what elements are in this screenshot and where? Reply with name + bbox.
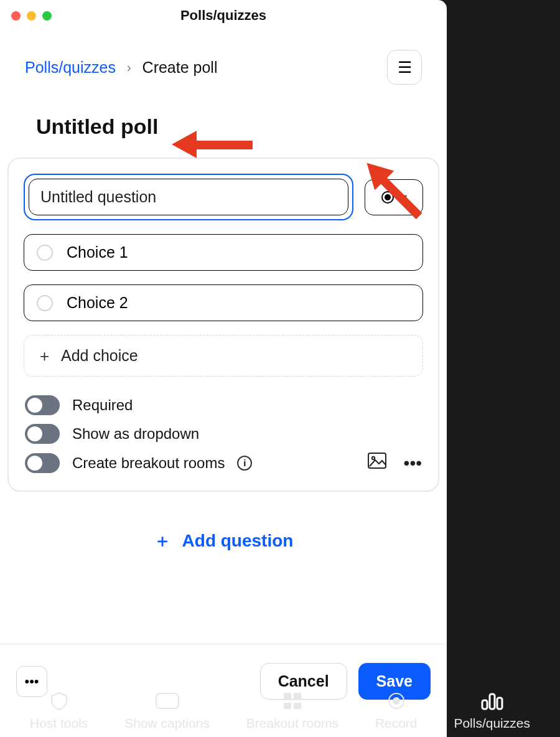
toolbar-label: Record bbox=[375, 716, 418, 731]
svg-rect-6 bbox=[294, 703, 301, 709]
toolbar-label: Show captions bbox=[124, 716, 210, 731]
toggle-create-breakout-rooms[interactable] bbox=[25, 453, 60, 473]
choice-label: Choice 1 bbox=[67, 243, 128, 261]
add-question-row: ＋ Add question bbox=[7, 492, 439, 578]
chevron-right-icon: › bbox=[127, 60, 131, 75]
add-choice-label: Add choice bbox=[61, 347, 138, 365]
captions-icon bbox=[155, 690, 180, 712]
hamburger-icon: ☰ bbox=[398, 58, 412, 77]
toggle-breakout-label: Create breakout rooms bbox=[72, 454, 225, 472]
toolbar-label: Polls/quizzes bbox=[454, 716, 530, 731]
toggle-required[interactable] bbox=[25, 395, 60, 415]
choice-option[interactable]: Choice 2 bbox=[24, 284, 423, 321]
add-choice-button[interactable]: ＋ Add choice bbox=[24, 335, 423, 377]
question-input-focus-ring bbox=[24, 174, 353, 220]
plus-icon: ＋ bbox=[154, 529, 171, 553]
record-icon bbox=[387, 690, 406, 712]
maximize-window-icon[interactable] bbox=[42, 11, 52, 21]
add-question-label: Add question bbox=[182, 531, 294, 551]
breakout-rooms-icon bbox=[282, 690, 302, 712]
toolbar-polls-quizzes[interactable]: Polls/quizzes bbox=[454, 690, 530, 731]
question-text-input[interactable] bbox=[29, 179, 348, 215]
window-title: Polls/quizzes bbox=[180, 7, 266, 24]
breadcrumb-row: Polls/quizzes › Create poll ☰ bbox=[7, 31, 439, 103]
toggle-show-as-dropdown[interactable] bbox=[25, 424, 60, 444]
toggle-required-label: Required bbox=[72, 397, 133, 414]
toolbar-label: Host tools bbox=[30, 716, 88, 731]
breadcrumb: Polls/quizzes › Create poll bbox=[25, 59, 217, 77]
toggle-dropdown-label: Show as dropdown bbox=[72, 425, 199, 443]
svg-rect-5 bbox=[284, 703, 291, 709]
svg-rect-9 bbox=[482, 700, 487, 709]
image-icon[interactable] bbox=[368, 453, 386, 473]
toggle-breakout-row: Create breakout rooms i ••• bbox=[25, 453, 422, 473]
radio-empty-icon bbox=[37, 295, 53, 311]
traffic-lights bbox=[11, 11, 52, 21]
breadcrumb-root-link[interactable]: Polls/quizzes bbox=[25, 59, 116, 77]
menu-button[interactable]: ☰ bbox=[387, 50, 422, 85]
choice-label: Choice 2 bbox=[67, 294, 128, 312]
breadcrumb-current: Create poll bbox=[142, 59, 218, 77]
add-question-button[interactable]: ＋ Add question bbox=[154, 529, 294, 553]
toolbar-label: Breakout rooms bbox=[246, 716, 338, 731]
toggle-breakout-left: Create breakout rooms i bbox=[25, 453, 252, 473]
meeting-toolbar: Host tools Show captions Breakout rooms … bbox=[0, 680, 560, 737]
toggle-required-row: Required bbox=[25, 395, 422, 415]
toolbar-breakout-rooms[interactable]: Breakout rooms bbox=[246, 690, 338, 731]
toolbar-host-tools[interactable]: Host tools bbox=[30, 690, 88, 731]
svg-rect-11 bbox=[497, 698, 502, 709]
choice-option[interactable]: Choice 1 bbox=[24, 234, 423, 271]
content-area: Polls/quizzes › Create poll ☰ Untitled p… bbox=[0, 31, 447, 644]
toolbar-record[interactable]: Record bbox=[375, 690, 418, 731]
more-options-icon[interactable]: ••• bbox=[404, 453, 422, 473]
annotation-arrow-icon bbox=[172, 131, 253, 158]
titlebar: Polls/quizzes bbox=[0, 0, 447, 31]
svg-rect-0 bbox=[368, 453, 386, 468]
plus-icon: ＋ bbox=[37, 345, 52, 366]
svg-rect-4 bbox=[294, 693, 301, 700]
polls-window: Polls/quizzes Polls/quizzes › Create pol… bbox=[0, 0, 447, 737]
question-options: Required Show as dropdown Create breakou… bbox=[24, 395, 423, 476]
bar-chart-icon bbox=[480, 690, 505, 712]
toggle-dropdown-row: Show as dropdown bbox=[25, 424, 422, 444]
svg-point-1 bbox=[371, 457, 374, 459]
minimize-window-icon[interactable] bbox=[27, 11, 36, 21]
svg-rect-2 bbox=[156, 693, 179, 708]
toolbar-show-captions[interactable]: Show captions bbox=[124, 690, 210, 731]
close-window-icon[interactable] bbox=[11, 11, 21, 21]
svg-rect-3 bbox=[284, 693, 291, 700]
svg-point-8 bbox=[393, 698, 399, 704]
shield-icon bbox=[49, 690, 69, 712]
info-icon[interactable]: i bbox=[237, 456, 252, 471]
radio-empty-icon bbox=[37, 245, 53, 261]
svg-rect-10 bbox=[490, 694, 495, 709]
question-row-icons: ••• bbox=[368, 453, 422, 473]
